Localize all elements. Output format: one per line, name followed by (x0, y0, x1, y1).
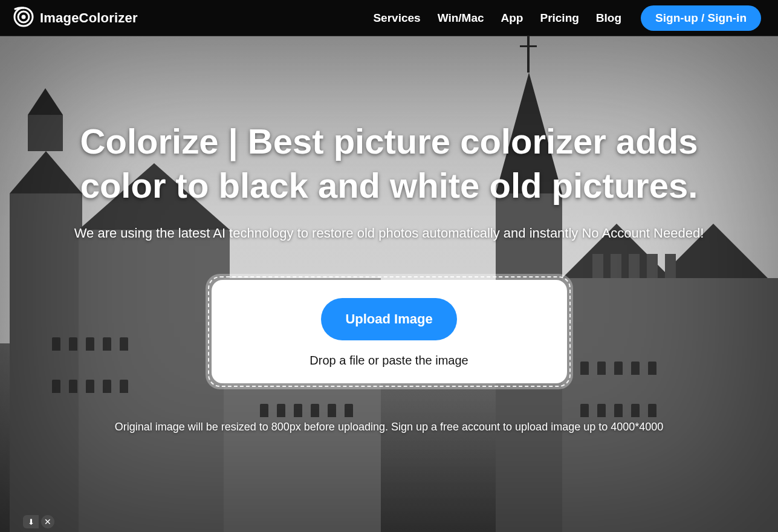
main-nav: Services Win/Mac App Pricing Blog Sign-u… (373, 5, 761, 31)
signup-signin-button[interactable]: Sign-up / Sign-in (641, 5, 761, 31)
brand-name: ImageColorizer (40, 10, 138, 26)
download-icon[interactable]: ⬇ (23, 515, 39, 528)
nav-services[interactable]: Services (373, 11, 420, 25)
svg-point-2 (22, 15, 26, 19)
nav-blog[interactable]: Blog (596, 11, 621, 25)
upload-dropzone[interactable]: Upload Image Drop a file or paste the im… (206, 274, 573, 389)
brand[interactable]: ImageColorizer (13, 7, 138, 30)
upload-image-button[interactable]: Upload Image (321, 298, 456, 340)
brand-logo-icon (13, 7, 34, 30)
hero-title: Colorize | Best picture colorizer adds c… (39, 120, 740, 207)
hero-subtitle: We are using the latest AI technology to… (39, 225, 740, 241)
close-icon[interactable]: ✕ (41, 515, 54, 528)
nav-pricing[interactable]: Pricing (540, 11, 579, 25)
upload-hint-text: Drop a file or paste the image (224, 354, 555, 368)
site-header: ImageColorizer Services Win/Mac App Pric… (0, 0, 778, 36)
resize-note: Original image will be resized to 800px … (39, 421, 740, 433)
floating-download-pill: ⬇ ✕ (23, 515, 54, 528)
nav-win-mac[interactable]: Win/Mac (438, 11, 484, 25)
nav-app[interactable]: App (501, 11, 524, 25)
hero-section: Colorize | Best picture colorizer adds c… (0, 36, 778, 532)
